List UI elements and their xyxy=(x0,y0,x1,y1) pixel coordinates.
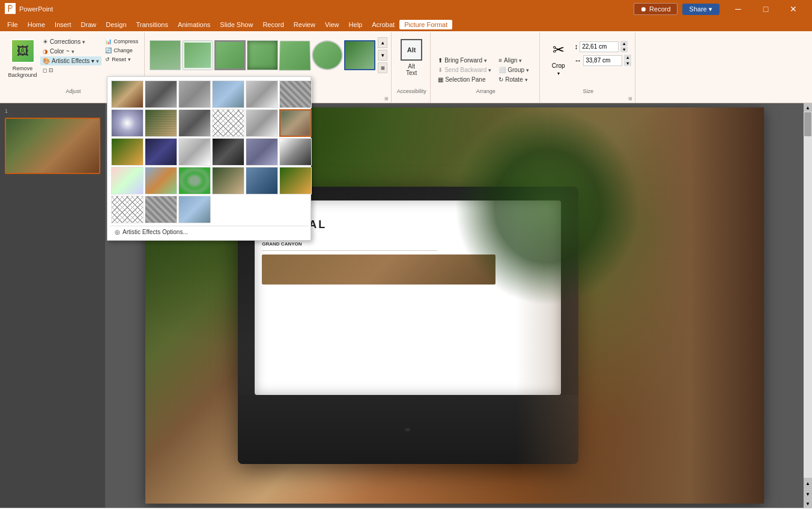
width-spinner[interactable]: ▲ ▼ xyxy=(624,55,631,66)
effect-cement[interactable] xyxy=(145,109,177,137)
height-spinner[interactable]: ▲ ▼ xyxy=(620,41,628,52)
maximize-button[interactable]: □ xyxy=(752,0,780,18)
artistic-effects-button[interactable]: 🎨 Artistic Effects ▾ xyxy=(40,56,102,65)
alt-text-button[interactable]: Alt Alt Text xyxy=(396,35,426,80)
slide-thumbnail-1[interactable] xyxy=(5,118,100,174)
menu-slideshow[interactable]: Slide Show xyxy=(215,20,258,29)
scroll-down-button[interactable]: ▼ xyxy=(804,499,812,508)
crop-button[interactable]: ✂ Crop ▾ xyxy=(545,35,572,80)
align-button[interactable]: ≡ Align xyxy=(496,56,532,65)
effect-sponge[interactable] xyxy=(178,167,211,194)
style-thumb-selected[interactable] xyxy=(344,40,375,70)
ribbon-group-arrange: ⬆ Bring Forward ⬇ Send Backward ▦ Select… xyxy=(432,32,540,103)
style-thumb-5[interactable] xyxy=(279,41,311,71)
effect-none[interactable] xyxy=(111,80,144,108)
picture-tools-col: 📊 Compress 🔄 Change ↺ Reset xyxy=(103,35,141,64)
group-objects-button[interactable]: ⬜ Group xyxy=(496,65,532,74)
style-thumb-2[interactable] xyxy=(182,40,213,70)
artistic-effects-options-button[interactable]: ◎ Artistic Effects Options... xyxy=(110,226,308,238)
effect-line-drawing[interactable] xyxy=(178,80,211,108)
menu-view[interactable]: View xyxy=(320,20,344,29)
width-input[interactable] xyxy=(583,55,622,66)
effect-filmnoir[interactable] xyxy=(212,138,244,166)
scroll-zoom-in[interactable]: ▲ xyxy=(804,478,812,489)
gallery-down-arrow[interactable]: ▼ xyxy=(378,50,387,61)
gallery-expand-arrow[interactable]: ⊞ xyxy=(378,62,387,73)
effect-crisscross[interactable] xyxy=(212,109,244,137)
height-up-arrow[interactable]: ▲ xyxy=(620,41,628,46)
effect-pencil-sketch[interactable] xyxy=(145,80,177,108)
effect-watercolor[interactable] xyxy=(212,80,244,108)
style-thumb-6[interactable] xyxy=(312,40,343,70)
effect-filmgrain[interactable] xyxy=(212,167,244,194)
group-expander-size[interactable]: ⊞ xyxy=(628,96,632,101)
color-icon: ◑ xyxy=(43,48,48,55)
corrections-button[interactable]: ☀ Corrections xyxy=(40,37,102,46)
menu-review[interactable]: Review xyxy=(289,20,320,29)
transparency-icon: ◻ xyxy=(43,67,47,73)
transparency-button[interactable]: ◻ ⊡ xyxy=(40,66,102,74)
scroll-zoom-out[interactable]: ▼ xyxy=(804,489,812,499)
record-circle-icon: ⏺ xyxy=(640,5,647,13)
height-input[interactable] xyxy=(580,41,619,52)
menu-transitions[interactable]: Transitions xyxy=(132,20,173,29)
minimize-button[interactable]: ─ xyxy=(724,0,752,18)
close-button[interactable]: ✕ xyxy=(780,0,807,18)
effect-marker[interactable] xyxy=(246,138,278,166)
style-thumb-1[interactable] xyxy=(150,40,181,70)
remove-background-button[interactable]: 🖼 Remove Background xyxy=(6,35,39,83)
width-up-arrow[interactable]: ▲ xyxy=(624,55,631,60)
effect-extra-1[interactable] xyxy=(111,196,144,223)
change-picture-button[interactable]: 🔄 Change xyxy=(103,46,141,55)
effect-cutout[interactable] xyxy=(145,138,177,166)
effect-blur[interactable]: Blur xyxy=(279,109,312,137)
scroll-thumb-right[interactable] xyxy=(804,112,811,136)
effect-glow[interactable] xyxy=(246,109,278,137)
selection-pane-button[interactable]: ▦ Selection Pane xyxy=(435,75,494,84)
window-controls: ─ □ ✕ xyxy=(724,0,807,18)
style-thumb-4[interactable] xyxy=(247,40,278,70)
menu-design[interactable]: Design xyxy=(101,20,131,29)
width-down-arrow[interactable]: ▼ xyxy=(624,61,631,66)
effect-mosaic[interactable] xyxy=(279,80,312,108)
effect-pencil-bw[interactable] xyxy=(279,138,312,166)
compress-pictures-button[interactable]: 📊 Compress xyxy=(103,37,141,46)
effect-texturizer[interactable] xyxy=(178,109,211,137)
gallery-up-arrow[interactable]: ▲ xyxy=(378,37,387,48)
menu-picture-format[interactable]: Picture Format xyxy=(399,20,452,29)
effect-chalk[interactable] xyxy=(246,80,278,108)
adjust-col: ☀ Corrections ◑ Color ~ 🎨 Artistic Effec… xyxy=(40,35,102,74)
menu-record[interactable]: Record xyxy=(258,20,288,29)
slide-panel: 1 xyxy=(0,103,105,508)
bring-forward-button[interactable]: ⬆ Bring Forward xyxy=(435,56,494,65)
effect-panel[interactable] xyxy=(246,167,278,194)
effect-pastels[interactable] xyxy=(111,167,144,194)
group-expander-styles[interactable]: ⊞ xyxy=(384,96,389,101)
menu-animations[interactable]: Animations xyxy=(173,20,215,29)
effect-plastic[interactable] xyxy=(279,167,312,194)
effect-glass[interactable] xyxy=(111,109,144,137)
menu-acrobat[interactable]: Acrobat xyxy=(367,20,399,29)
effect-extra-3[interactable] xyxy=(178,196,211,223)
scroll-up-button[interactable]: ▲ xyxy=(804,103,812,112)
style-thumb-3[interactable] xyxy=(214,40,246,70)
plant-overlay xyxy=(455,107,640,306)
share-button[interactable]: Share ▾ xyxy=(682,4,720,15)
effect-extra-2[interactable] xyxy=(145,196,177,223)
effect-light-screen[interactable] xyxy=(111,138,144,166)
effect-paint[interactable] xyxy=(145,167,177,194)
menu-help[interactable]: Help xyxy=(344,20,368,29)
options-icon: ◎ xyxy=(115,229,120,235)
send-backward-button[interactable]: ⬇ Send Backward xyxy=(435,65,494,74)
menu-insert[interactable]: Insert xyxy=(50,20,76,29)
height-down-arrow[interactable]: ▼ xyxy=(620,47,628,52)
menu-file[interactable]: File xyxy=(2,20,23,29)
reset-picture-button[interactable]: ↺ Reset xyxy=(103,55,141,64)
effect-photocopy[interactable] xyxy=(178,138,211,166)
menu-draw[interactable]: Draw xyxy=(76,20,102,29)
rotate-button[interactable]: ↻ Rotate xyxy=(496,75,532,84)
record-button[interactable]: ⏺ Record xyxy=(634,3,677,15)
color-button[interactable]: ◑ Color ~ xyxy=(40,47,102,56)
menu-home[interactable]: Home xyxy=(23,20,50,29)
picture-styles-gallery: ▲ ▼ ⊞ xyxy=(150,37,387,73)
